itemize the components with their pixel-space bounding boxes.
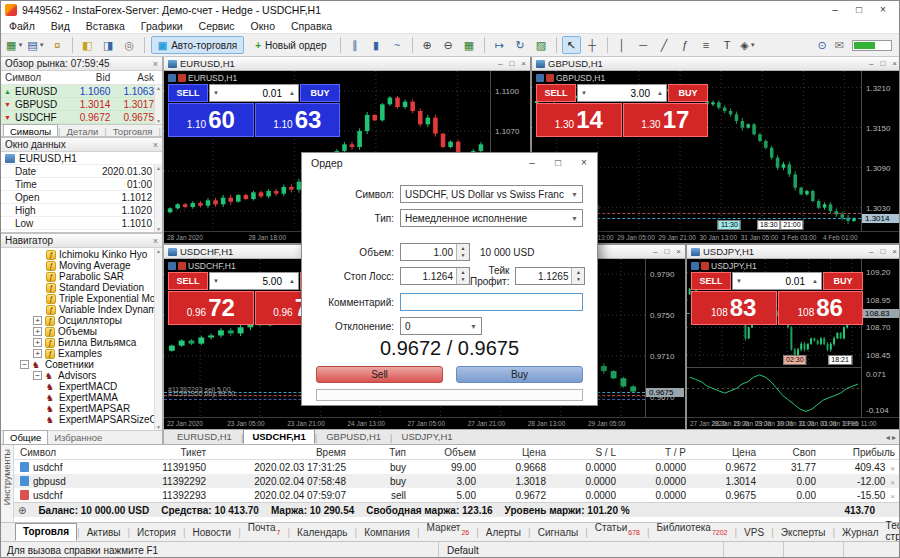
dialog-maximize-button[interactable]: □ [545, 153, 571, 173]
navigator-item[interactable]: −♞Advisors [1, 370, 162, 381]
chat-icon[interactable]: ✉ [835, 39, 844, 52]
deposit-icon[interactable]: ¤ [48, 36, 67, 54]
column-header[interactable]: Тикет [122, 447, 212, 458]
close-position-icon[interactable]: × [890, 478, 895, 487]
channels-icon[interactable]: ≡ [697, 36, 716, 54]
column-header[interactable]: T / P [622, 447, 692, 458]
navigator-item[interactable]: ♞ExpertMAMA [1, 392, 162, 403]
navigator-item[interactable]: −♞Советники [1, 359, 162, 370]
navigator-item[interactable]: ƒStandard Deviation [1, 282, 162, 293]
buy-button[interactable]: BUY [823, 272, 863, 290]
zoom-out-icon[interactable]: ⊖ [439, 36, 458, 54]
tree-expander[interactable]: + [33, 316, 42, 325]
volume-stepper[interactable]: ▼0.01▲ [209, 84, 299, 102]
objects-icon[interactable]: ◈▼ [739, 36, 758, 54]
menu-charts[interactable]: Графики [133, 19, 191, 33]
volume-stepper[interactable]: ▼5.00▲ [209, 272, 299, 290]
column-header[interactable]: Цена [482, 447, 552, 458]
menu-tools[interactable]: Сервис [191, 19, 243, 33]
column-header[interactable]: Своп [762, 447, 822, 458]
toolbox-tab-15[interactable]: Журнал [835, 525, 886, 541]
column-header[interactable]: Символ [14, 447, 122, 458]
stepper-arrows-icon[interactable]: ▲▼ [456, 244, 469, 260]
menu-file[interactable]: Файл [1, 19, 43, 33]
column-header[interactable]: Прибыль [822, 447, 900, 458]
toolbox-tab-9[interactable]: Алерты [479, 525, 528, 541]
navigator-item[interactable]: +ƒExamples [1, 348, 162, 359]
toolbox-tab-7[interactable]: Компания [357, 525, 417, 541]
market-watch-row[interactable]: ▼USDCHF0.96720.9675 [1, 111, 162, 124]
chart-minimize-button[interactable]: – [869, 247, 873, 256]
column-header-символ[interactable]: Символ [1, 72, 67, 83]
volume-down-icon[interactable]: ▼ [578, 90, 590, 96]
stop-loss-stepper[interactable]: 1.1264 ▲▼ [400, 267, 470, 285]
close-position-icon[interactable]: × [890, 464, 895, 473]
toolbox-tab-10[interactable]: Сигналы [531, 525, 586, 541]
sell-price[interactable]: 1.1060 [168, 103, 254, 137]
templates-icon[interactable]: ▨ [532, 36, 551, 54]
menu-window[interactable]: Окно [243, 19, 283, 33]
chart-tab-3[interactable]: GBPUSD,H1 [317, 429, 390, 444]
volume-up-icon[interactable]: ▲ [286, 278, 298, 284]
signals-icon[interactable]: ◎ [120, 36, 139, 54]
chart-window-titlebar[interactable]: GBPUSD,H1–□× [532, 57, 900, 71]
sell-button[interactable]: Sell [316, 366, 443, 383]
market-watch-row[interactable]: ▲EURUSD1.10601.1063 [1, 85, 162, 98]
sell-button[interactable]: SELL [168, 272, 208, 290]
volume-stepper[interactable]: ▼3.00▲ [577, 84, 667, 102]
position-row[interactable]: usdchf113922932020.02.04 07:59:07sell5.0… [14, 488, 900, 502]
tree-expander[interactable]: + [33, 349, 42, 358]
column-header-ask[interactable]: Ask [110, 72, 154, 83]
column-header[interactable]: Цена [692, 447, 762, 458]
toolbox-tab-8[interactable]: Маркет26 [420, 520, 477, 541]
toolbox-tab-2[interactable]: Активы [80, 525, 128, 541]
toolbox-tab-3[interactable]: История [130, 525, 183, 541]
deviation-select[interactable]: 0 ▼ [400, 317, 482, 335]
buy-price[interactable]: 1.1063 [255, 103, 341, 137]
sell-price[interactable]: 10883 [691, 291, 777, 325]
chart-canvas[interactable]: 02:3018:21USDJPY,H1SELL▼0.01▲BUY10883108… [687, 259, 900, 417]
search-icon[interactable]: ⊙ [818, 39, 827, 52]
sell-button[interactable]: SELL [168, 84, 208, 102]
toolbox-tab-4[interactable]: Новости [185, 525, 238, 541]
window-maximize-button[interactable]: □ [847, 1, 871, 19]
toolbox-tab-1[interactable]: Торговля [15, 523, 77, 541]
profiles-icon[interactable]: ▤▼ [26, 36, 45, 54]
menu-view[interactable]: Вид [43, 19, 78, 33]
position-row[interactable]: gbpusd113922922020.02.04 07:58:48buy3.00… [14, 474, 900, 488]
chart-close-button[interactable]: × [676, 247, 681, 256]
dialog-close-button[interactable]: × [571, 153, 597, 173]
column-header[interactable]: Время [212, 447, 352, 458]
market-watch-tab-2[interactable]: Детали [61, 125, 105, 138]
sell-button[interactable]: SELL [536, 84, 576, 102]
chart-close-button[interactable]: × [521, 59, 526, 68]
chart-tab-2[interactable]: USDCHF,H1 [243, 429, 314, 444]
take-profit-stepper[interactable]: 1.1265 ▲▼ [515, 267, 585, 285]
navigator-item[interactable]: ♞ExpertMACD [1, 381, 162, 392]
chart-minimize-button[interactable]: – [869, 59, 873, 68]
chart-maximize-button[interactable]: □ [880, 247, 885, 256]
cursor-icon[interactable]: ↖ [562, 36, 581, 54]
vertical-line-icon[interactable]: │ [613, 36, 632, 54]
buy-price[interactable]: 1.3017 [623, 103, 709, 137]
sell-button[interactable]: SELL [691, 272, 731, 290]
navigator-item[interactable]: +ƒБилла Вильямса [1, 337, 162, 348]
menu-insert[interactable]: Вставка [78, 19, 133, 33]
volume-up-icon[interactable]: ▲ [809, 278, 821, 284]
column-header[interactable]: Объем [412, 447, 482, 458]
tile-windows-icon[interactable]: ▦ [460, 36, 479, 54]
market-watch-tab-4[interactable]: Тики [161, 125, 162, 138]
horizontal-line-icon[interactable]: ─ [634, 36, 653, 54]
volume-down-icon[interactable]: ▼ [210, 90, 222, 96]
toolbox-tab-6[interactable]: Календарь [290, 525, 354, 541]
tree-expander[interactable]: + [33, 338, 42, 347]
chart-close-button[interactable]: × [892, 59, 897, 68]
navigator-item[interactable]: +ƒОсцилляторы [1, 315, 162, 326]
navigator-item[interactable]: ♞ExpertMAPSARSizeOptim [1, 414, 162, 425]
chart-close-button[interactable]: × [892, 247, 897, 256]
window-minimize-button[interactable]: – [823, 1, 847, 19]
auto-scroll-icon[interactable]: ↻ [511, 36, 530, 54]
stepper-arrows-icon[interactable]: ▲▼ [456, 268, 469, 284]
sell-price[interactable]: 0.9672 [168, 291, 254, 325]
column-header[interactable]: S / L [552, 447, 622, 458]
